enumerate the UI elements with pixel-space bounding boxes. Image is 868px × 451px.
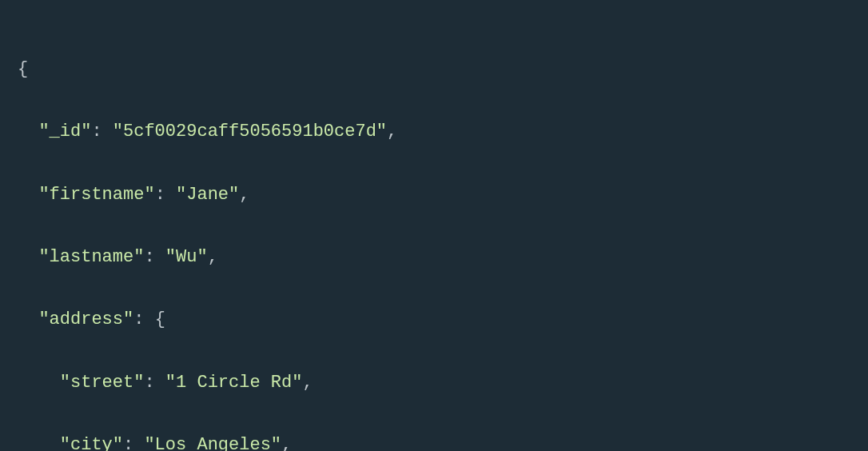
- space: [165, 185, 176, 205]
- comma: ,: [387, 122, 397, 142]
- json-code-block: { "_id": "5cf0029caff5056591b0ce7d", "fi…: [18, 22, 850, 451]
- json-value-lastname: "Wu": [165, 247, 208, 267]
- colon: :: [155, 185, 165, 205]
- colon: :: [91, 122, 102, 142]
- space: [144, 309, 154, 329]
- json-value-city: "Los Angeles": [144, 435, 281, 451]
- json-key-street: "street": [60, 373, 145, 393]
- json-key-city: "city": [60, 435, 123, 451]
- json-key-address: "address": [38, 309, 133, 329]
- space: [155, 247, 165, 267]
- json-key-firstname: "firstname": [38, 185, 154, 205]
- code-line: "lastname": "Wu",: [18, 241, 850, 273]
- space: [133, 435, 144, 451]
- colon: :: [144, 247, 154, 267]
- json-key-id: "_id": [38, 122, 91, 142]
- json-value-street: "1 Circle Rd": [165, 373, 303, 393]
- code-line: "address": {: [18, 304, 850, 335]
- code-line: {: [18, 54, 850, 85]
- json-value-firstname: "Jane": [176, 185, 239, 205]
- comma: ,: [281, 435, 292, 451]
- code-line: "_id": "5cf0029caff5056591b0ce7d",: [18, 116, 850, 147]
- json-value-id: "5cf0029caff5056591b0ce7d": [113, 122, 387, 142]
- comma: ,: [208, 247, 218, 267]
- space: [102, 122, 113, 142]
- code-line: "city": "Los Angeles",: [18, 429, 850, 451]
- comma: ,: [302, 373, 313, 393]
- colon: :: [123, 435, 133, 451]
- colon: :: [133, 309, 144, 329]
- json-key-lastname: "lastname": [38, 247, 144, 267]
- comma: ,: [239, 185, 249, 205]
- space: [155, 373, 165, 393]
- open-brace: {: [18, 59, 28, 79]
- open-brace: {: [155, 309, 165, 329]
- code-line: "street": "1 Circle Rd",: [18, 367, 850, 398]
- colon: :: [144, 373, 154, 393]
- code-line: "firstname": "Jane",: [18, 179, 850, 210]
